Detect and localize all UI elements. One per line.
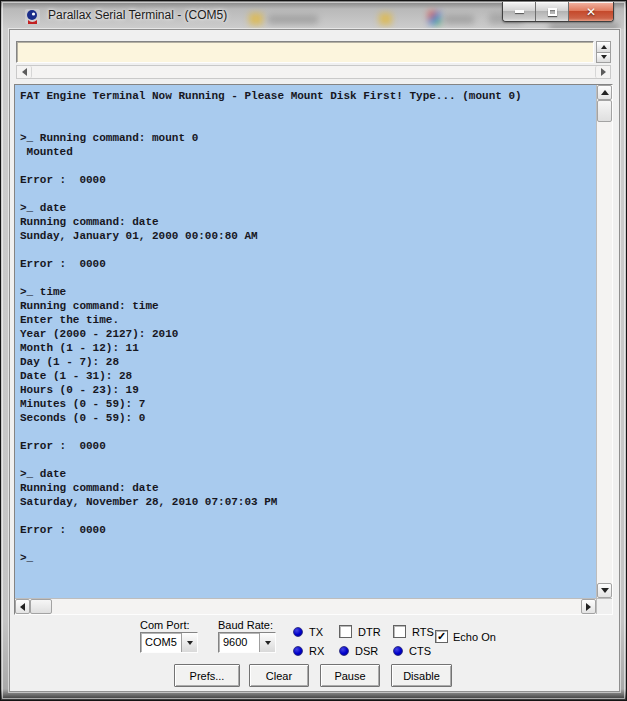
scroll-right-button[interactable] [581,599,596,614]
tx-label: TX [309,626,323,638]
transmit-horizontal-scrollbar[interactable] [16,65,611,79]
scroll-left-button[interactable] [17,66,32,78]
minimize-button[interactable] [503,2,536,21]
up-arrow-icon [601,45,607,49]
client-area: FAT Engine Terminal Now Running - Please… [9,29,620,692]
terminal-panel: FAT Engine Terminal Now Running - Please… [14,84,613,615]
right-arrow-icon [586,603,591,611]
scroll-track[interactable] [52,599,581,614]
tx-indicator: TX [293,626,339,638]
horizontal-scroll-thumb[interactable] [30,599,52,614]
cts-label: CTS [409,645,431,657]
prefs-button[interactable]: Prefs... [174,664,240,687]
spinner-up-button[interactable] [596,41,611,53]
terminal-output[interactable]: FAT Engine Terminal Now Running - Please… [15,85,596,598]
transmit-spinner [596,41,611,63]
glass-blur-decoration [428,11,441,25]
down-arrow-icon [601,588,609,593]
cts-led-icon [393,646,403,656]
tx-led-icon [293,627,303,637]
dtr-indicator: ✓ DTR [339,625,393,638]
left-arrow-icon [20,603,25,611]
echo-on-checkbox[interactable]: ✓ [435,630,448,643]
rx-indicator: RX [293,645,339,657]
rx-label: RX [309,645,324,657]
maximize-button[interactable] [536,2,569,21]
echo-on-control: ✓ Echo On [435,630,496,643]
window-controls: ✕ [502,2,614,22]
clear-button[interactable]: Clear [249,664,309,687]
dsr-led-icon [339,646,349,656]
rts-checkbox[interactable]: ✓ [393,625,406,638]
echo-on-label: Echo On [453,631,496,643]
disable-button[interactable]: Disable [391,664,452,687]
spinner-down-button[interactable] [596,53,611,64]
baud-rate-label: Baud Rate: [218,619,273,631]
glass-blur-decoration [249,13,263,25]
vertical-scroll-thumb[interactable] [597,100,612,122]
dsr-label: DSR [355,645,378,657]
up-arrow-icon [601,90,609,95]
window-title: Parallax Serial Terminal - (COM5) [48,8,227,22]
close-icon: ✕ [586,6,596,18]
line-status-indicators: TX ✓ DTR ✓ RTS RX DSR CTS [293,622,447,660]
maximize-icon [548,8,557,16]
dropdown-arrow-button[interactable] [181,633,197,652]
dsr-indicator: DSR [339,645,393,657]
scroll-down-button[interactable] [597,583,612,598]
com-port-value: COM5 [141,633,181,652]
com-port-label: Com Port: [140,619,190,631]
titlebar[interactable]: Parallax Serial Terminal - (COM5) ✕ [1,1,627,29]
terminal-vertical-scrollbar[interactable] [596,85,612,598]
transmit-input[interactable] [16,41,594,63]
chevron-down-icon [187,641,193,645]
baud-rate-dropdown[interactable]: 9600 [218,632,276,653]
dtr-checkbox[interactable]: ✓ [339,625,352,638]
terminal-horizontal-scrollbar[interactable] [15,598,596,614]
minimize-icon [515,10,524,13]
left-arrow-icon [22,68,27,76]
chevron-down-icon [265,641,271,645]
glass-blur-decoration [379,13,392,25]
glass-blur-decoration [444,15,474,24]
com-port-dropdown[interactable]: COM5 [140,632,198,653]
baud-rate-value: 9600 [219,633,259,652]
cts-indicator: CTS [393,645,447,657]
app-icon [24,8,41,25]
glass-blur-decoration [268,15,318,24]
rx-led-icon [293,646,303,656]
right-arrow-icon [601,68,606,76]
down-arrow-icon [601,55,607,59]
scrollbar-corner [596,598,612,614]
pause-button[interactable]: Pause [320,664,380,687]
dtr-label: DTR [358,626,381,638]
scroll-left-button[interactable] [15,599,30,614]
rts-label: RTS [412,626,434,638]
close-button[interactable]: ✕ [569,2,613,21]
dropdown-arrow-button[interactable] [259,633,275,652]
app-window: Parallax Serial Terminal - (COM5) ✕ FAT … [0,0,627,701]
scroll-up-button[interactable] [597,85,612,100]
scroll-track[interactable] [597,122,612,583]
scroll-right-button[interactable] [595,66,610,78]
